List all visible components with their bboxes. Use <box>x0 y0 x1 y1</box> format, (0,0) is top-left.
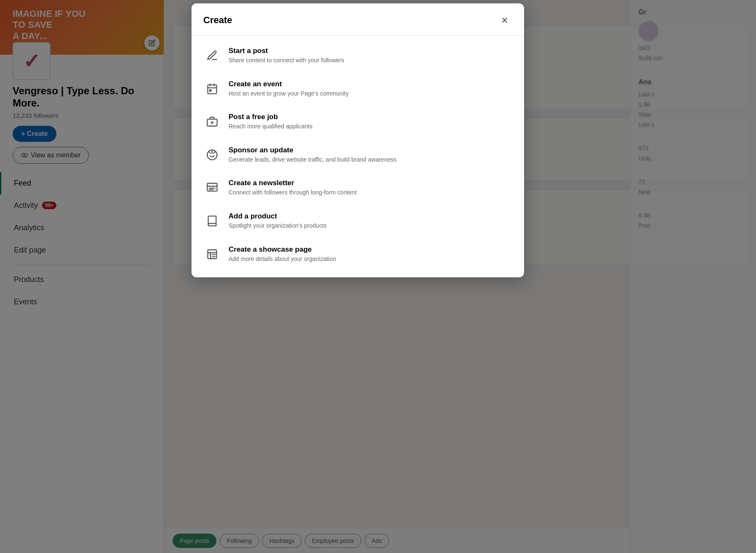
showcase-text: Create a showcase page Add more details … <box>229 245 336 263</box>
newsletter-label: Create a newsletter <box>229 179 357 187</box>
close-icon <box>500 16 509 24</box>
add-product-desc: Spotlight your organization's products <box>229 222 327 230</box>
product-icon <box>203 212 221 230</box>
showcase-desc: Add more details about your organization <box>229 255 336 263</box>
post-icon <box>203 47 221 64</box>
post-job-text: Post a free job Reach more qualified app… <box>229 113 312 131</box>
menu-item-post-job[interactable]: Post a free job Reach more qualified app… <box>192 105 524 138</box>
showcase-label: Create a showcase page <box>229 245 336 254</box>
svg-rect-20 <box>208 250 217 258</box>
event-icon <box>203 80 221 98</box>
sponsor-update-desc: Generate leads, drive website traffic, a… <box>229 156 397 164</box>
menu-item-sponsor-update[interactable]: Sponsor an update Generate leads, drive … <box>192 138 524 172</box>
job-icon <box>203 113 221 130</box>
create-event-desc: Host an event to grow your Page's commun… <box>229 90 349 98</box>
menu-item-create-event[interactable]: Create an event Host an event to grow yo… <box>192 72 524 106</box>
svg-point-15 <box>211 151 213 152</box>
add-product-label: Add a product <box>229 212 327 221</box>
sponsor-update-text: Sponsor an update Generate leads, drive … <box>229 146 397 164</box>
post-job-desc: Reach more qualified applicants <box>229 122 312 131</box>
start-post-desc: Share content to connect with your follo… <box>229 56 344 65</box>
menu-item-start-post[interactable]: Start a post Share content to connect wi… <box>192 39 524 72</box>
newsletter-icon <box>203 179 221 197</box>
svg-rect-9 <box>210 90 211 91</box>
menu-item-newsletter[interactable]: Create a newsletter Connect with followe… <box>192 171 524 205</box>
newsletter-desc: Connect with followers through long-form… <box>229 189 357 197</box>
newsletter-text: Create a newsletter Connect with followe… <box>229 179 357 197</box>
create-event-label: Create an event <box>229 80 349 88</box>
create-modal: Create Start a post Share content to con… <box>192 3 524 277</box>
start-post-text: Start a post Share content to connect wi… <box>229 47 344 65</box>
modal-title: Create <box>203 15 232 26</box>
close-modal-button[interactable] <box>497 13 512 28</box>
post-job-label: Post a free job <box>229 113 312 121</box>
svg-rect-5 <box>208 85 217 93</box>
showcase-icon <box>203 245 221 263</box>
menu-item-add-product[interactable]: Add a product Spotlight your organizatio… <box>192 205 524 238</box>
modal-body: Start a post Share content to connect wi… <box>192 36 524 277</box>
sponsor-update-label: Sponsor an update <box>229 146 397 154</box>
menu-item-showcase-page[interactable]: Create a showcase page Add more details … <box>192 238 524 271</box>
start-post-label: Start a post <box>229 47 344 55</box>
modal-header: Create <box>192 3 524 36</box>
create-event-text: Create an event Host an event to grow yo… <box>229 80 349 98</box>
add-product-text: Add a product Spotlight your organizatio… <box>229 212 327 230</box>
sponsor-icon <box>203 146 221 164</box>
